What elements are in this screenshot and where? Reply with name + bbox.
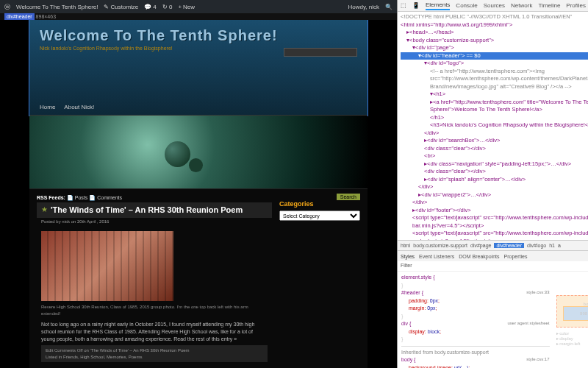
tab-properties[interactable]: Properties xyxy=(504,254,528,259)
tab-network[interactable]: Network xyxy=(511,2,532,9)
tab-profiles[interactable]: Profiles xyxy=(566,2,586,9)
tab-elements[interactable]: Elements xyxy=(426,1,450,10)
howdy-link[interactable]: Howdy, nick xyxy=(348,4,379,10)
tab-timeline[interactable]: Timeline xyxy=(538,2,560,9)
sidebar: Search Categories Select Category xyxy=(279,194,360,368)
rss-feeds: RSS Feeds: 📄 Posts 📄 Comments xyxy=(37,194,272,202)
main-column: RSS Feeds: 📄 Posts 📄 Comments ★'The Wind… xyxy=(37,194,272,368)
post-image[interactable] xyxy=(41,231,173,301)
site-name-link[interactable]: Welcome To The Tenth Sphere! xyxy=(16,4,98,10)
header-search-input[interactable] xyxy=(284,48,357,57)
sidebar-search-button[interactable]: Search xyxy=(337,194,360,200)
post-footer: Edit Comments Off on 'The Winds of Time'… xyxy=(41,345,268,362)
styles-pane: Styles Event Listeners DOM Breakpoints P… xyxy=(398,250,588,368)
new-link[interactable]: + New xyxy=(178,4,195,10)
box-model: Show all border898 × 463 ▸ color▸ displa… xyxy=(553,272,589,368)
css-rules[interactable]: element.style {}#header {style.css:33pad… xyxy=(398,272,553,368)
devtools-panel: ⬚ 📱 Elements Console Sources Network Tim… xyxy=(397,0,588,368)
tab-dom-breakpoints[interactable]: DOM Breakpoints xyxy=(459,254,499,259)
wp-admin-bar: ⓦ Welcome To The Tenth Sphere! ✎ Customi… xyxy=(0,0,397,13)
search-icon[interactable]: 🔍 xyxy=(385,4,392,10)
customize-link[interactable]: ✎ Customize xyxy=(104,4,138,10)
star-icon: ★ xyxy=(41,205,48,213)
breadcrumb[interactable]: htmlbody.customize-supportdiv#pagediv#he… xyxy=(398,240,588,250)
updates-icon[interactable]: ↻ 0 xyxy=(162,4,173,10)
tab-console[interactable]: Console xyxy=(456,2,477,9)
comments-icon[interactable]: 💬 4 xyxy=(144,4,156,10)
nav-about[interactable]: About Nick! xyxy=(64,104,94,110)
browser-viewport: ⓦ Welcome To The Tenth Sphere! ✎ Customi… xyxy=(0,0,397,368)
post-meta: Posted by nick on 20th April , 2016 xyxy=(37,218,272,225)
tab-styles[interactable]: Styles xyxy=(401,254,415,259)
wp-logo-icon[interactable]: ⓦ xyxy=(4,3,10,11)
dom-tree[interactable]: <!DOCTYPE html PUBLIC "-//W3C//DTD XHTML… xyxy=(398,12,588,240)
inspector-overlay-label: div#header 898×463 xyxy=(0,13,397,20)
tab-event-listeners[interactable]: Event Listeners xyxy=(419,254,454,259)
filter-input[interactable]: Filter xyxy=(401,263,412,268)
inspect-icon[interactable]: ⬚ xyxy=(401,2,406,9)
image-caption: Revere High School 30th Reunion, Class o… xyxy=(41,304,268,316)
devtools-tabs: ⬚ 📱 Elements Console Sources Network Tim… xyxy=(398,0,588,12)
page-viewport: Welcome To The Tenth Sphere! Nick Iandol… xyxy=(0,20,397,368)
tab-sources[interactable]: Sources xyxy=(484,2,505,9)
post: ★'The Winds of Time' – An RHS 30th Reuni… xyxy=(37,202,272,365)
site-title[interactable]: Welcome To The Tenth Sphere! xyxy=(40,27,357,44)
device-icon[interactable]: 📱 xyxy=(412,2,420,9)
main-nav: Home About Nick! xyxy=(40,104,94,110)
post-excerpt: Not too long ago on a rainy night early … xyxy=(41,321,268,342)
categories-heading: Categories xyxy=(279,200,360,208)
post-title[interactable]: 'The Winds of Time' – An RHS 30th Reunio… xyxy=(51,205,243,215)
nav-home[interactable]: Home xyxy=(40,104,55,110)
splash-image xyxy=(29,116,368,189)
category-select[interactable]: Select Category xyxy=(279,210,360,221)
site-header: Welcome To The Tenth Sphere! Nick Iandol… xyxy=(29,20,368,116)
